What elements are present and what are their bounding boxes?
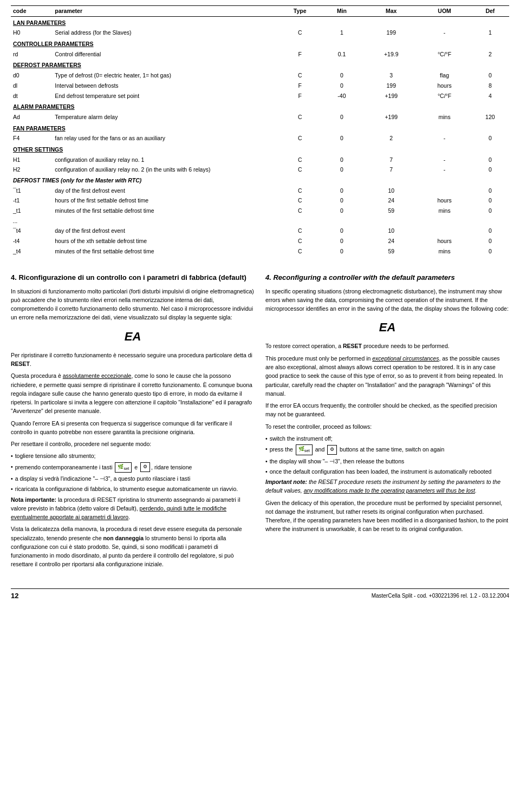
table-cell: rd: [11, 49, 53, 60]
table-cell: C: [281, 226, 319, 236]
table-cell: hours: [418, 81, 471, 91]
table-cell: 7: [365, 165, 418, 175]
english-bullet4: • once the default configuration has bee…: [265, 467, 509, 476]
bottom-content: 4. Riconfigurazione di un controllo con …: [11, 273, 509, 572]
table-cell: -t4: [11, 236, 53, 246]
table-cell: F4: [11, 133, 53, 143]
italian-bullet1: • togliere tensione allo strumento;: [11, 451, 255, 460]
table-cell: minutes of the first settable defrost ti…: [53, 206, 281, 216]
table-cell: Ad: [11, 112, 53, 122]
italian-column: 4. Riconfigurazione di un controllo con …: [11, 273, 255, 572]
bullet-symbol-1: •: [11, 451, 13, 460]
table-cell: 0: [319, 81, 365, 91]
italian-bullet4-text: ricaricata la configurazione di fabbrica…: [15, 484, 238, 493]
header-def: Def: [471, 6, 509, 17]
table-row: dlInterval between defrostsF0199hours8: [11, 81, 509, 91]
page: code parameter Type Min Max UOM Def LAN …: [0, 0, 520, 812]
english-bullet2-text: press the 🌿set and ⚙ buttons at the same…: [270, 444, 445, 455]
table-cell: _t1: [11, 206, 53, 216]
table-cell: ¯t4: [11, 226, 53, 236]
table-cell: -40: [319, 91, 365, 101]
table-cell: -t1: [11, 195, 53, 206]
table-cell: 59: [365, 246, 418, 257]
en-bullet-symbol-4: •: [265, 467, 268, 476]
ea-display-it: EA: [11, 328, 255, 345]
table-cell: H2: [11, 165, 53, 175]
table-cell: 0: [471, 195, 509, 206]
table-row: -t4hours of the xth settable defrost tim…: [11, 236, 509, 246]
english-restore: To restore correct operation, a RESET pr…: [265, 342, 509, 350]
table-cell: mins: [418, 112, 471, 122]
table-cell: fan relay used for the fans or as an aux…: [53, 133, 281, 143]
table-cell: C: [281, 186, 319, 196]
table-cell: Serial address (for the Slaves): [53, 28, 281, 38]
table-subsection-header: DEFROST TIMES (only for the Master with …: [11, 175, 509, 186]
italian-bullet2: • premendo contemporaneamente i tasti 🌿s…: [11, 462, 255, 473]
table-section-header: CONTROLLER PARAMETERS: [11, 38, 509, 49]
exceptional-en: exceptional circumstances: [372, 355, 439, 362]
table-cell: 199: [365, 81, 418, 91]
table-cell: 0: [471, 206, 509, 216]
table-cell: Interval between defrosts: [53, 81, 281, 91]
table-cell: 0: [319, 246, 365, 257]
italian-bullet2-text: premendo contemporaneamente i tasti 🌿set…: [15, 462, 192, 473]
table-cell: 1: [471, 28, 509, 38]
italian-title: 4. Riconfigurazione di un controllo con …: [11, 273, 255, 283]
key-icon-prog: ⚙: [140, 462, 150, 472]
table-row: H1configuration of auxiliary relay no. 1…: [11, 155, 509, 165]
table-cell: configuration of auxiliary relay no. 2 (…: [53, 165, 281, 175]
bullet-symbol-4: •: [11, 484, 13, 493]
header-parameter: parameter: [53, 6, 281, 17]
table-cell: -: [418, 155, 471, 165]
footer-product: MasterCella Split - cod. +030221396 rel.…: [372, 593, 509, 599]
italian-bullet4: • ricaricata la configurazione di fabbri…: [11, 484, 255, 493]
underline-exceptional-it: assolutamente eccezionale: [63, 372, 132, 379]
table-row: d0Type of defrost (0= electric heater, 1…: [11, 70, 509, 81]
reset-label-en: RESET: [343, 343, 362, 349]
table-cell: °C/°F: [418, 49, 471, 60]
table-cell: C: [281, 133, 319, 143]
table-cell: 0: [319, 186, 365, 196]
footer-code: cod. +030221396: [417, 593, 459, 599]
table-cell: 199: [365, 28, 418, 38]
english-bullet3-text: the display will show "– ⊣3", then relea…: [270, 457, 405, 466]
page-number: 12: [11, 592, 18, 600]
table-cell: Type of defrost (0= electric heater, 1= …: [53, 70, 281, 81]
table-cell: 24: [365, 195, 418, 206]
header-code: code: [11, 6, 53, 17]
english-reset-how: To reset the controller, proceed as foll…: [265, 422, 509, 431]
italian-ea-freq: Quando l'errore EA si presenta con frequ…: [11, 419, 255, 437]
table-cell: 0: [471, 246, 509, 257]
italian-intro: In situazioni di funzionamento molto par…: [11, 287, 255, 322]
english-bullet1-text: switch the instrument off;: [270, 434, 333, 443]
table-cell: C: [281, 195, 319, 206]
italian-important-note: Nota importante: la procedura di RESET r…: [11, 495, 255, 522]
table-cell: configuration of auxiliary relay no. 1: [53, 155, 281, 165]
table-cell: dl: [11, 81, 53, 91]
en-bullet-symbol-2: •: [265, 444, 268, 455]
table-cell: flag: [418, 70, 471, 81]
table-cell: H0: [11, 28, 53, 38]
en-key-icon-prog: ⚙: [327, 445, 337, 455]
table-cell: [418, 186, 471, 196]
table-cell: 0: [471, 133, 509, 143]
en-key-icon-set: 🌿set: [296, 444, 313, 455]
table-cell: day of the first defrost event: [53, 226, 281, 236]
english-ea-freq: If the error EA occurs frequently, the c…: [265, 401, 509, 419]
table-cell: 59: [365, 206, 418, 216]
table-cell: 3: [365, 70, 418, 81]
table-cell: 0: [471, 70, 509, 81]
table-cell: ¯t1: [11, 186, 53, 196]
table-cell: 0.1: [319, 49, 365, 60]
table-cell: 0: [319, 70, 365, 81]
english-bullet2: • press the 🌿set and ⚙ buttons at the sa…: [265, 444, 509, 455]
bullet-symbol-2: •: [11, 462, 13, 473]
english-title: 4. Reconfiguring a controller with the d…: [265, 273, 509, 283]
table-cell: C: [281, 112, 319, 122]
table-cell: dt: [11, 91, 53, 101]
table-cell: 0: [319, 165, 365, 175]
table-cell: hours of the xth settable defrost time: [53, 236, 281, 246]
english-column: 4. Reconfiguring a controller with the d…: [265, 273, 509, 572]
table-section-header: ALARM PARAMETERS: [11, 101, 509, 112]
footer-product-name: MasterCella Split: [372, 593, 413, 599]
